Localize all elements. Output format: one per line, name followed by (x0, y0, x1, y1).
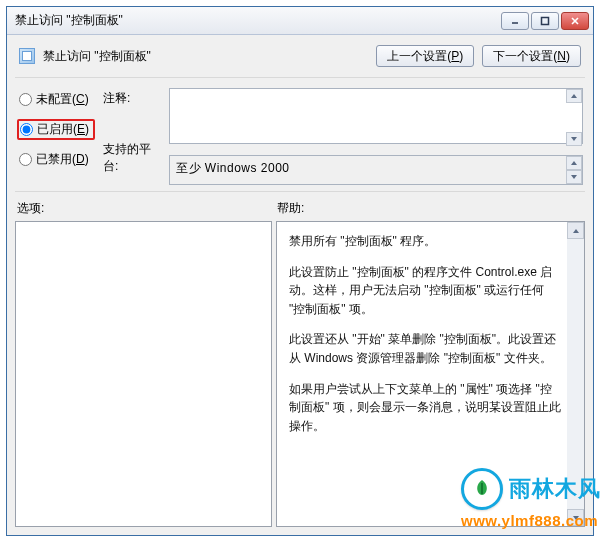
policy-title: 禁止访问 "控制面板" (43, 48, 368, 65)
help-paragraph: 如果用户尝试从上下文菜单上的 "属性" 项选择 "控制面板" 项，则会显示一条消… (289, 380, 562, 436)
window-title: 禁止访问 "控制面板" (15, 12, 501, 29)
lower-section: 选项: 帮助: 禁用所有 "控制面板" 程序。 此设置防止 "控制面板" 的程序… (15, 192, 585, 527)
radio-enabled-input[interactable] (20, 123, 33, 136)
options-panel (15, 221, 272, 527)
help-scrollbar[interactable] (567, 222, 584, 526)
svg-marker-7 (571, 175, 577, 179)
supported-scrollbar[interactable] (566, 156, 582, 184)
lower-labels: 选项: 帮助: (15, 200, 585, 221)
help-paragraph: 此设置还从 "开始" 菜单删除 "控制面板"。此设置还从 Windows 资源管… (289, 330, 562, 367)
policy-icon (19, 48, 35, 64)
radio-disabled-input[interactable] (19, 153, 32, 166)
scroll-track[interactable] (567, 239, 584, 509)
previous-setting-button[interactable]: 上一个设置(P) (376, 45, 474, 67)
help-paragraph: 禁用所有 "控制面板" 程序。 (289, 232, 562, 251)
close-icon (570, 16, 580, 26)
policy-editor-window: 禁止访问 "控制面板" 禁止访问 "控制面板" 上一个设置(P) 下一个设置(N… (6, 6, 594, 536)
scroll-up-icon[interactable] (566, 89, 582, 103)
fields-col: 至少 Windows 2000 (169, 88, 583, 185)
comment-scrollbar[interactable] (566, 89, 582, 146)
scroll-down-icon[interactable] (567, 509, 584, 526)
content-area: 禁止访问 "控制面板" 上一个设置(P) 下一个设置(N) 未配置(C) 已启用… (7, 35, 593, 535)
radio-not-configured-input[interactable] (19, 93, 32, 106)
supported-value: 至少 Windows 2000 (176, 161, 290, 175)
comment-wrap (169, 88, 583, 147)
radio-enabled[interactable]: 已启用(E) (17, 119, 95, 140)
window-controls (501, 12, 589, 30)
maximize-icon (540, 16, 550, 26)
scroll-up-icon[interactable] (566, 156, 582, 170)
state-radios: 未配置(C) 已启用(E) 已禁用(D) (17, 88, 95, 185)
radio-disabled[interactable]: 已禁用(D) (17, 150, 95, 169)
scroll-up-icon[interactable] (567, 222, 584, 239)
supported-field: 至少 Windows 2000 (169, 155, 583, 185)
next-setting-button[interactable]: 下一个设置(N) (482, 45, 581, 67)
radio-not-configured[interactable]: 未配置(C) (17, 90, 95, 109)
svg-marker-6 (571, 161, 577, 165)
supported-label: 支持的平台: (103, 141, 161, 185)
comment-textarea[interactable] (169, 88, 583, 144)
header-row: 禁止访问 "控制面板" 上一个设置(P) 下一个设置(N) (15, 41, 585, 78)
svg-marker-9 (573, 516, 579, 520)
help-paragraph: 此设置防止 "控制面板" 的程序文件 Control.exe 启动。这样，用户无… (289, 263, 562, 319)
comment-label: 注释: (103, 90, 161, 107)
minimize-button[interactable] (501, 12, 529, 30)
supported-wrap: 至少 Windows 2000 (169, 155, 583, 185)
scroll-down-icon[interactable] (566, 132, 582, 146)
titlebar: 禁止访问 "控制面板" (7, 7, 593, 35)
help-text: 禁用所有 "控制面板" 程序。 此设置防止 "控制面板" 的程序文件 Contr… (277, 222, 584, 457)
field-labels-col: 注释: 支持的平台: (103, 88, 161, 185)
lower-panels: 禁用所有 "控制面板" 程序。 此设置防止 "控制面板" 的程序文件 Contr… (15, 221, 585, 527)
scroll-down-icon[interactable] (566, 170, 582, 184)
help-label: 帮助: (277, 200, 304, 217)
maximize-button[interactable] (531, 12, 559, 30)
svg-rect-1 (542, 17, 549, 24)
settings-section: 未配置(C) 已启用(E) 已禁用(D) 注释: 支持的平台: (15, 78, 585, 192)
help-panel: 禁用所有 "控制面板" 程序。 此设置防止 "控制面板" 的程序文件 Contr… (276, 221, 585, 527)
svg-marker-8 (573, 229, 579, 233)
minimize-icon (510, 16, 520, 26)
close-button[interactable] (561, 12, 589, 30)
svg-marker-4 (571, 94, 577, 98)
options-label: 选项: (17, 200, 277, 217)
svg-marker-5 (571, 137, 577, 141)
